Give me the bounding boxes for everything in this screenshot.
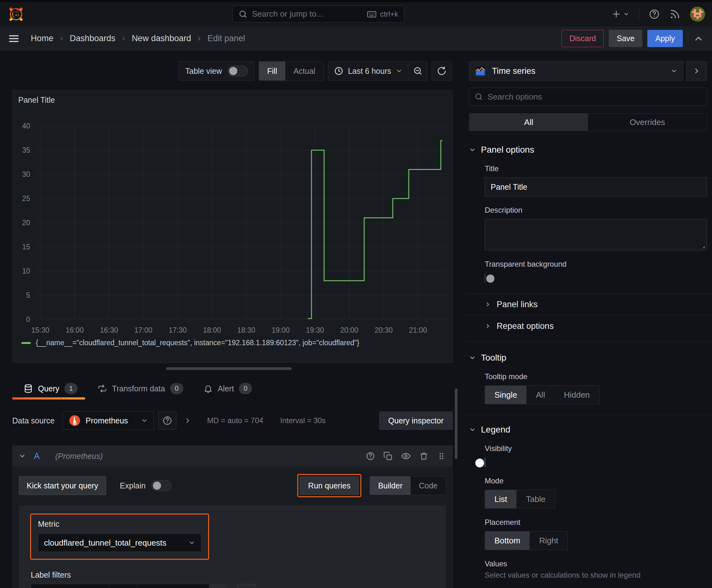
title-label: Title — [485, 164, 707, 173]
tab-overrides[interactable]: Overrides — [588, 114, 707, 131]
help-icon[interactable] — [649, 8, 660, 20]
query-help-icon[interactable] — [366, 451, 375, 461]
drag-handle-icon[interactable] — [437, 451, 446, 461]
remove-filter-button[interactable] — [209, 584, 226, 588]
datasource-help-button[interactable] — [158, 412, 176, 430]
fill-actual-segment: Fill Actual — [259, 61, 324, 81]
code-option[interactable]: Code — [411, 477, 446, 495]
series-label[interactable]: {__name__="cloudflared_tunnel_total_requ… — [36, 339, 359, 347]
fill-option[interactable]: Fill — [259, 62, 285, 80]
table-view-toggle[interactable]: Table view — [179, 61, 254, 81]
visualization-picker[interactable]: Time series — [469, 61, 683, 81]
legend-list-option[interactable]: List — [485, 490, 516, 508]
chevron-down-icon[interactable] — [19, 453, 26, 460]
collapse-header-button[interactable] — [693, 33, 704, 44]
metric-select[interactable]: cloudflared_tunnel_total_requests — [38, 534, 201, 552]
breadcrumb-dashboards[interactable]: Dashboards — [70, 34, 115, 43]
panel-title: Panel Title — [13, 90, 452, 105]
transform-count-badge: 0 — [170, 383, 184, 394]
alert-count-badge: 0 — [239, 383, 252, 394]
panel-preview[interactable]: Panel Title 051015202530354015:3016:0016… — [12, 90, 453, 363]
database-icon — [24, 384, 33, 393]
add-menu-button[interactable] — [611, 9, 629, 19]
operator-dropdown[interactable]: = — [110, 584, 137, 588]
tab-transform-data[interactable]: Transform data 0 — [98, 378, 184, 399]
live-broadcast-icon[interactable] — [669, 8, 681, 20]
search-options-input[interactable]: Search options — [469, 88, 707, 106]
hide-query-icon[interactable] — [401, 451, 411, 461]
explain-switch[interactable] — [151, 480, 171, 491]
apply-button[interactable]: Apply — [647, 30, 683, 47]
toggle-viz-picker-button[interactable] — [686, 61, 707, 81]
builder-option[interactable]: Builder — [370, 477, 411, 495]
search-placeholder: Search or jump to... — [252, 9, 363, 19]
panel-options-header[interactable]: Panel options — [469, 145, 707, 155]
breadcrumb-new-dashboard[interactable]: New dashboard — [132, 34, 191, 43]
refresh-button[interactable] — [432, 61, 452, 81]
svg-text:25: 25 — [22, 194, 30, 203]
svg-text:35: 35 — [22, 146, 30, 154]
metric-label: Metric — [38, 520, 201, 529]
legend-mode-segment: List Table — [485, 490, 555, 508]
svg-text:18:30: 18:30 — [237, 326, 256, 334]
tooltip-mode-segment: Single All Hidden — [485, 385, 600, 404]
placement-bottom-option[interactable]: Bottom — [485, 531, 530, 550]
svg-text:16:00: 16:00 — [66, 326, 84, 334]
panel-toolbar: Table view Fill Actual Last 6 hours — [0, 51, 457, 81]
kick-start-button[interactable]: Kick start your query — [19, 476, 106, 495]
chevron-down-icon — [141, 417, 148, 424]
tooltip-hidden-option[interactable]: Hidden — [555, 386, 599, 404]
legend-visibility-switch[interactable] — [485, 458, 486, 467]
expand-options-icon[interactable] — [184, 417, 192, 424]
panel-resize-handle[interactable] — [166, 367, 292, 370]
save-button[interactable]: Save — [609, 30, 642, 47]
metric-highlight: Metric cloudflared_tunnel_total_requests — [30, 513, 209, 560]
query-inspector-button[interactable]: Query inspector — [379, 412, 453, 430]
time-range-button[interactable]: Last 6 hours — [328, 66, 408, 76]
tooltip-single-option[interactable]: Single — [485, 386, 526, 404]
datasource-picker[interactable]: Prometheus — [63, 412, 154, 430]
duplicate-query-icon[interactable] — [383, 451, 393, 461]
tooltip-header[interactable]: Tooltip — [469, 353, 707, 363]
svg-text:10: 10 — [22, 267, 30, 275]
svg-text:15:30: 15:30 — [31, 326, 50, 334]
delete-query-icon[interactable] — [419, 451, 429, 461]
scrollbar-thumb[interactable] — [455, 388, 457, 459]
user-avatar[interactable] — [690, 6, 705, 22]
legend-mode-label: Mode — [485, 477, 707, 485]
zoom-out-button[interactable] — [408, 62, 427, 80]
tooltip-all-option[interactable]: All — [526, 386, 555, 404]
grafana-logo-icon[interactable] — [7, 5, 25, 23]
legend-header[interactable]: Legend — [469, 425, 707, 435]
transform-icon — [98, 384, 107, 393]
global-search-input[interactable]: Search or jump to... ctrl+k — [232, 6, 404, 23]
run-queries-button[interactable]: Run queries — [300, 477, 359, 495]
tab-all[interactable]: All — [469, 114, 588, 131]
panel-title-input[interactable] — [485, 177, 707, 196]
select-label-dropdown[interactable]: Select label — [31, 584, 110, 588]
menu-icon[interactable] — [8, 33, 19, 44]
legend-table-option[interactable]: Table — [516, 490, 555, 508]
tab-alert[interactable]: Alert 0 — [203, 378, 252, 399]
prometheus-icon — [69, 415, 81, 426]
chevron-right-icon — [58, 36, 65, 42]
breadcrumb-home[interactable]: Home — [31, 34, 53, 43]
tab-query[interactable]: Query 1 — [24, 378, 78, 399]
placement-right-option[interactable]: Right — [530, 531, 567, 550]
select-value-dropdown[interactable]: Select value — [137, 584, 209, 588]
query-builder-panel: Metric cloudflared_tunnel_total_requests… — [19, 505, 446, 588]
repeat-options-section[interactable]: Repeat options — [485, 315, 707, 337]
add-filter-button[interactable] — [237, 584, 256, 588]
panel-links-section[interactable]: Panel links — [485, 294, 707, 315]
legend-placement-segment: Bottom Right — [485, 531, 568, 550]
query-header[interactable]: A (Prometheus) — [13, 446, 452, 466]
chart-legend[interactable]: {__name__="cloudflared_tunnel_total_requ… — [21, 339, 359, 347]
resize-handle-icon[interactable] — [699, 243, 706, 249]
editor-tabs: Query 1 Transform data 0 Alert 0 — [24, 378, 457, 399]
transparent-background-switch[interactable] — [485, 273, 486, 283]
table-view-switch[interactable] — [228, 66, 248, 76]
discard-button[interactable]: Discard — [562, 30, 604, 47]
query-count-badge: 1 — [64, 383, 78, 394]
description-textarea[interactable] — [485, 219, 707, 250]
actual-option[interactable]: Actual — [285, 62, 323, 80]
